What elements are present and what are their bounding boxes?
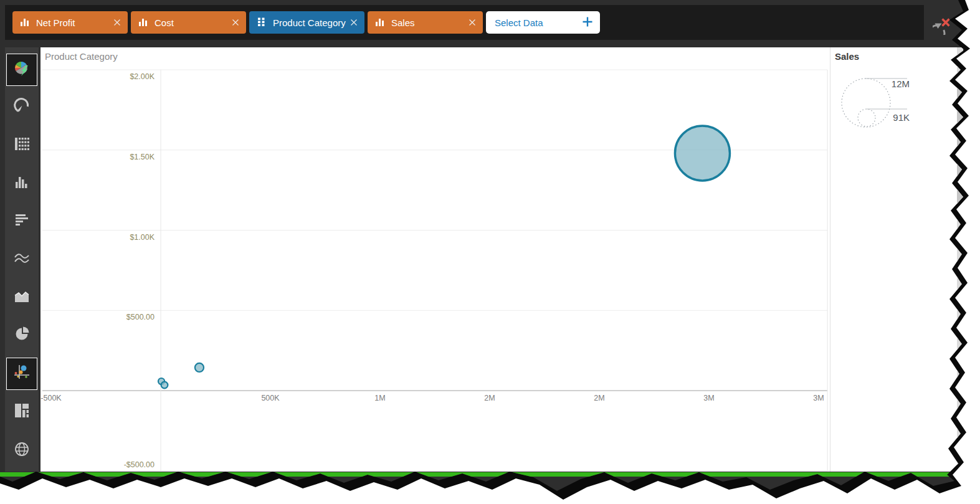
bubble[interactable]	[161, 382, 168, 389]
scatter-bubble-icon	[13, 364, 31, 384]
field-pill-label: Net Profit	[36, 17, 113, 28]
remove-field-icon[interactable]	[468, 18, 477, 27]
x-tick-label: 1M	[374, 394, 385, 402]
legend-min-label: 91K	[893, 112, 910, 123]
select-data-button[interactable]: Select Data	[486, 11, 600, 34]
field-pill-label: Sales	[391, 17, 468, 28]
field-pill-sales[interactable]: Sales	[368, 11, 483, 34]
sidebar-item-scatter-bubble-chart[interactable]	[6, 358, 37, 390]
y-tick-label: $1.00K	[130, 233, 155, 242]
y-tick-label: $1.50K	[130, 153, 155, 161]
field-pill-label: Product Category	[273, 17, 350, 28]
data-fields-toolbar: Net Profit Cost Product Category	[5, 5, 924, 40]
sidebar-item-smart-chart[interactable]	[6, 54, 37, 86]
screenshot-root: Net Profit Cost Product Category	[0, 0, 980, 504]
sidebar-item-bar-chart[interactable]	[6, 206, 37, 238]
size-legend: Sales 12M 91K	[831, 47, 959, 191]
sidebar-item-area-chart[interactable]	[6, 282, 37, 314]
sidebar-item-line-chart[interactable]	[6, 244, 37, 276]
gauge-icon	[13, 97, 31, 117]
legend-min-circle	[858, 109, 875, 126]
sidebar-item-treemap[interactable]	[6, 396, 37, 428]
legend-max-label: 12M	[892, 78, 910, 89]
bubble-chart-plot[interactable]: $2.00K$1.50K$1.00K$500.00-$500.00-500K50…	[40, 47, 830, 472]
measure-bars-icon	[375, 17, 385, 29]
x-tick-label: 2M	[594, 394, 604, 402]
x-tick-label: -500K	[40, 394, 62, 402]
remove-field-icon[interactable]	[113, 18, 121, 27]
measure-bars-icon	[20, 17, 30, 29]
field-pill-label: Cost	[155, 17, 231, 28]
x-tick-label: 2M	[484, 394, 495, 402]
sidebar-item-gauge[interactable]	[6, 91, 37, 123]
sidebar-item-pie-chart[interactable]	[6, 319, 37, 351]
legend-divider	[830, 47, 830, 472]
dimension-grid-icon	[257, 17, 267, 29]
sidebar-item-pivot-grid[interactable]	[6, 129, 37, 161]
x-tick-label: 3M	[703, 394, 714, 402]
field-pill-net-profit[interactable]: Net Profit	[12, 11, 128, 34]
column-chart-icon	[13, 174, 31, 194]
pivot-grid-icon	[13, 135, 31, 155]
y-tick-label: $2.00K	[130, 72, 155, 81]
smart-chart-icon	[13, 60, 31, 80]
bubble[interactable]	[675, 126, 730, 181]
remove-field-icon[interactable]	[350, 18, 358, 27]
size-legend-graphic: 12M 91K	[831, 47, 962, 191]
add-field-plus-icon	[581, 16, 594, 30]
globe-icon	[13, 440, 31, 460]
treemap-icon	[13, 402, 31, 422]
bar-chart-icon	[13, 212, 31, 232]
pie-chart-icon	[13, 325, 31, 345]
field-pill-product-category[interactable]: Product Category	[249, 11, 364, 34]
y-tick-label: -$500.00	[124, 460, 155, 469]
app-window: Net Profit Cost Product Category	[0, 0, 980, 504]
sidebar-item-column-chart[interactable]	[6, 168, 37, 200]
x-tick-label: 3M	[813, 394, 824, 402]
bubble[interactable]	[195, 363, 204, 372]
area-chart-icon	[13, 288, 31, 308]
chart-type-sidebar	[5, 47, 39, 472]
chart-panel: Product Category $2.00K$1.50K$1.00K$500.…	[40, 47, 958, 472]
line-chart-icon	[13, 250, 31, 270]
y-tick-label: $500.00	[126, 313, 155, 321]
remove-field-icon[interactable]	[231, 18, 240, 27]
sidebar-item-map[interactable]	[6, 434, 37, 467]
field-pill-cost[interactable]: Cost	[131, 11, 246, 34]
legend-max-circle	[842, 78, 890, 127]
x-tick-label: 500K	[261, 394, 280, 402]
measure-bars-icon	[138, 17, 148, 29]
